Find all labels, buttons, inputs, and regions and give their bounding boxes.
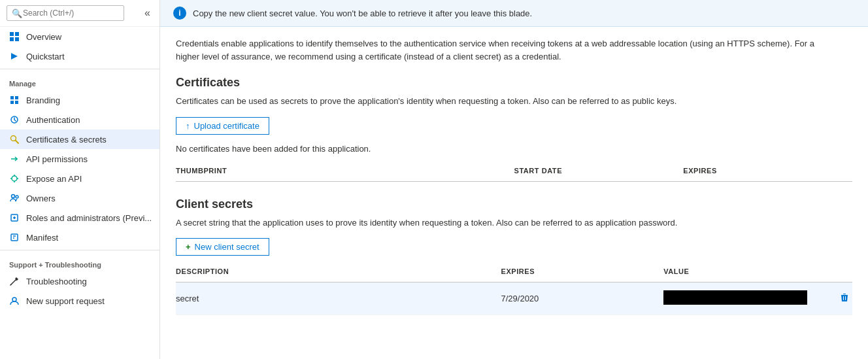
- roles-icon: [9, 213, 20, 223]
- search-wrap: 🔍 «: [0, 0, 159, 27]
- certificates-table: Thumbprint Start Date Expires: [176, 164, 852, 182]
- svg-marker-4: [11, 53, 18, 60]
- sidebar-item-roles-label: Roles and administrators (Previ...: [26, 213, 152, 223]
- nav-divider-2: [0, 250, 159, 250]
- secrets-col-value: Value: [663, 265, 826, 278]
- sidebar-item-expose-api-label: Expose an API: [26, 174, 82, 184]
- owners-icon: [9, 193, 20, 203]
- secret-row: secret 7/29/2020: [176, 282, 852, 315]
- svg-rect-1: [15, 32, 19, 36]
- secret-description: secret: [176, 291, 501, 306]
- certificates-title: Certificates: [176, 76, 852, 90]
- plus-icon: +: [186, 242, 191, 252]
- sidebar-item-troubleshooting[interactable]: Troubleshooting: [0, 271, 159, 291]
- sidebar-item-quickstart[interactable]: Quickstart: [0, 46, 159, 66]
- svg-rect-8: [15, 101, 18, 104]
- main-content: i Copy the new client secret value. You …: [160, 0, 868, 359]
- new-support-icon: [9, 296, 20, 306]
- new-client-secret-button[interactable]: + New client secret: [176, 238, 269, 256]
- upload-certificate-button[interactable]: ↑ Upload certificate: [176, 117, 269, 135]
- sidebar-item-authentication[interactable]: Authentication: [0, 110, 159, 129]
- svg-rect-0: [10, 32, 14, 36]
- sidebar-item-quickstart-label: Quickstart: [26, 52, 65, 61]
- authentication-icon: [9, 114, 20, 125]
- svg-rect-3: [15, 37, 19, 41]
- sidebar-item-troubleshooting-label: Troubleshooting: [26, 277, 87, 286]
- troubleshooting-icon: [9, 276, 20, 286]
- quickstart-icon: [9, 51, 20, 61]
- collapse-button[interactable]: «: [142, 7, 153, 19]
- upload-cert-label: Upload certificate: [194, 121, 259, 131]
- secrets-col-expires: Expires: [501, 265, 664, 278]
- sidebar-item-branding[interactable]: Branding: [0, 90, 159, 110]
- cert-col-start-date: Start Date: [514, 164, 684, 177]
- expose-api-icon: [9, 173, 20, 184]
- secrets-col-action: [826, 265, 852, 278]
- secrets-table-header: Description Expires Value: [176, 265, 852, 282]
- sidebar-item-api-permissions[interactable]: API permissions: [0, 149, 159, 169]
- secret-value: [663, 288, 826, 309]
- sidebar-item-new-support-label: New support request: [26, 296, 105, 306]
- info-banner: i Copy the new client secret value. You …: [160, 0, 868, 27]
- svg-rect-6: [15, 96, 18, 99]
- secrets-col-description: Description: [176, 265, 501, 278]
- manifest-icon: [9, 232, 20, 243]
- sidebar-item-roles[interactable]: Roles and administrators (Previ...: [0, 208, 159, 228]
- search-icon: 🔍: [12, 9, 22, 18]
- manage-section-label: Manage: [0, 72, 159, 90]
- svg-point-13: [12, 195, 15, 198]
- svg-point-12: [12, 176, 17, 181]
- api-permissions-icon: [9, 154, 20, 164]
- client-secrets-title: Client secrets: [176, 197, 852, 211]
- certificates-desc: Certificates can be used as secrets to p…: [176, 95, 852, 108]
- info-icon: i: [173, 7, 186, 20]
- no-certs-message: No certificates have been added for this…: [176, 144, 852, 154]
- sidebar-item-branding-label: Branding: [26, 95, 60, 105]
- sidebar-item-authentication-label: Authentication: [26, 115, 80, 125]
- new-secret-label: New client secret: [195, 242, 259, 252]
- client-secrets-desc: A secret string that the application use…: [176, 216, 852, 230]
- secret-value-redacted: [663, 290, 807, 305]
- sidebar-item-certs-secrets-label: Certificates & secrets: [26, 135, 107, 145]
- banner-message: Copy the new client secret value. You wo…: [193, 9, 532, 18]
- delete-secret-button[interactable]: [826, 290, 852, 307]
- client-secrets-section: Client secrets A secret string that the …: [176, 197, 852, 316]
- sidebar-item-expose-api[interactable]: Expose an API: [0, 169, 159, 188]
- svg-rect-16: [11, 234, 18, 241]
- cert-col-expires: Expires: [683, 164, 852, 177]
- upload-icon: ↑: [186, 121, 190, 131]
- svg-rect-2: [10, 37, 14, 41]
- sidebar-item-owners-label: Owners: [26, 194, 56, 203]
- sidebar: 🔍 « Overview Quickstart Manage Branding …: [0, 0, 160, 359]
- sidebar-item-overview[interactable]: Overview: [0, 27, 159, 46]
- secret-expires: 7/29/2020: [501, 291, 664, 306]
- svg-rect-7: [10, 101, 14, 104]
- sidebar-item-overview-label: Overview: [26, 32, 61, 42]
- certs-secrets-icon: [9, 134, 20, 145]
- secrets-table: Description Expires Value secret 7/29/20…: [176, 265, 852, 315]
- sidebar-item-owners[interactable]: Owners: [0, 188, 159, 208]
- content-area: Credentials enable applications to ident…: [160, 27, 868, 341]
- sidebar-item-manifest-label: Manifest: [26, 233, 58, 243]
- certificates-section: Certificates Certificates can be used as…: [176, 76, 852, 182]
- content-intro: Credentials enable applications to ident…: [176, 37, 816, 63]
- svg-line-11: [16, 141, 19, 144]
- svg-point-17: [12, 298, 16, 301]
- branding-icon: [9, 95, 20, 105]
- overview-icon: [9, 31, 20, 42]
- sidebar-item-manifest[interactable]: Manifest: [0, 228, 159, 247]
- nav-divider-1: [0, 69, 159, 69]
- cert-col-thumbprint: Thumbprint: [176, 164, 514, 177]
- svg-rect-5: [10, 96, 14, 99]
- svg-point-14: [16, 196, 18, 198]
- sidebar-item-new-support[interactable]: New support request: [0, 291, 159, 311]
- sidebar-item-certs-secrets[interactable]: Certificates & secrets: [0, 129, 159, 149]
- sidebar-item-api-permissions-label: API permissions: [26, 154, 88, 164]
- search-input[interactable]: [7, 5, 124, 21]
- cert-table-header: Thumbprint Start Date Expires: [176, 164, 852, 182]
- support-section-label: Support + Troubleshooting: [0, 253, 159, 271]
